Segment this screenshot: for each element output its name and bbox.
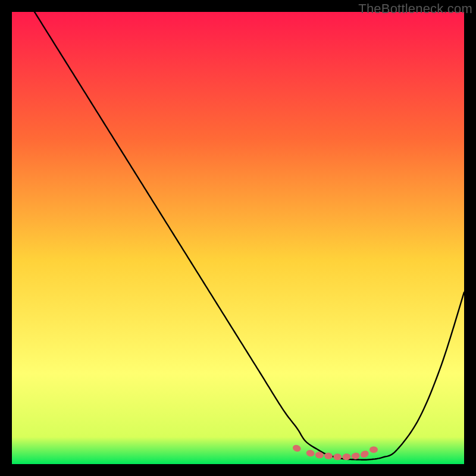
gradient-background xyxy=(12,12,464,464)
marker-dot xyxy=(333,453,342,460)
watermark-text: TheBottleneck.com xyxy=(358,1,472,17)
marker-dot xyxy=(369,446,378,453)
chart-frame xyxy=(12,12,464,464)
chart-svg xyxy=(12,12,464,464)
